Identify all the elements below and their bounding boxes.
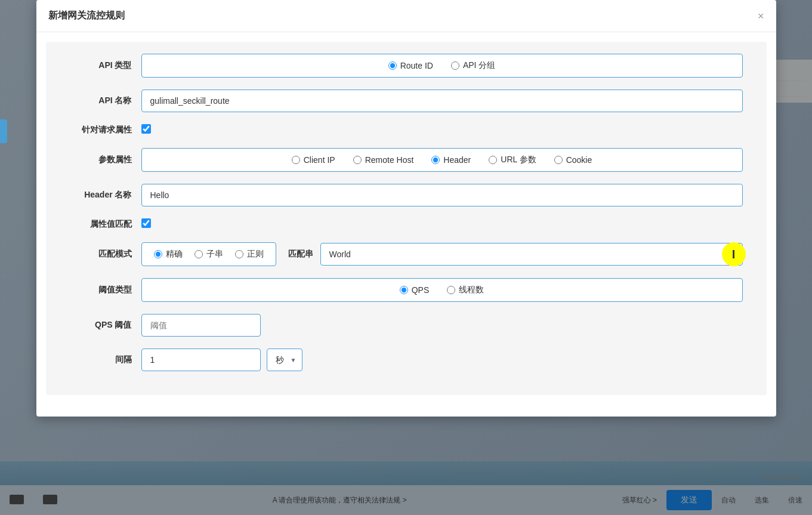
interval-row: 间隔 秒 分 时 [70,349,743,371]
modal-title: 新增网关流控规则 [48,10,125,22]
interval-unit-wrapper: 秒 分 时 [267,349,302,371]
api-type-control: Route ID API 分组 [141,54,743,78]
match-mode-radio-exact[interactable] [154,250,162,258]
match-string-label: 匹配串 [288,249,313,260]
param-attr-label-client-ip: Client IP [304,155,335,165]
api-type-label-api-group: API 分组 [463,60,495,71]
param-attr-label-remote-host: Remote Host [365,155,414,165]
request-attr-checkbox[interactable] [141,124,151,134]
match-mode-row: 匹配模式 精确 子串 [70,242,743,266]
param-attr-option-client-ip[interactable]: Client IP [292,155,335,165]
match-mode-label-substring: 子串 [206,249,223,260]
match-mode-option-substring[interactable]: 子串 [194,249,223,260]
attr-match-label: 属性值匹配 [70,219,141,230]
threshold-type-label-qps: QPS [412,285,430,295]
param-attr-option-remote-host[interactable]: Remote Host [353,155,414,165]
param-attr-option-header[interactable]: Header [431,155,471,165]
qps-threshold-label: QPS 阈值 [70,320,141,331]
interval-unit-select[interactable]: 秒 分 时 [267,349,302,371]
request-attr-control [141,124,743,136]
sidebar-left-indicator [0,119,7,143]
csdn-watermark: CSDN @阿无... [760,473,806,482]
match-mode-radio-box: 精确 子串 正则 [141,242,276,266]
match-mode-radio-regex[interactable] [235,250,243,258]
header-name-input[interactable] [141,184,743,206]
qps-threshold-input[interactable] [141,314,261,337]
api-type-option-route-id[interactable]: Route ID [388,61,433,70]
modal-close-button[interactable]: × [758,11,764,21]
header-name-row: Header 名称 [70,184,743,206]
header-name-label: Header 名称 [70,190,141,201]
param-attr-radio-client-ip[interactable] [292,156,300,164]
modal-overlay: 新增网关流控规则 × API 类型 Route ID API 分组 [0,0,812,515]
param-attr-radio-url-param[interactable] [489,156,497,164]
api-type-radio-api-group[interactable] [451,61,459,70]
qps-threshold-row: QPS 阈值 [70,314,743,337]
match-row-container: 精确 子串 正则 匹配串 [141,242,743,266]
threshold-type-label: 阈值类型 [70,285,141,295]
match-string-input-wrapper: I [320,243,743,266]
param-attr-radio-remote-host[interactable] [353,156,362,164]
match-mode-label: 匹配模式 [70,249,141,260]
modal-body: API 类型 Route ID API 分组 [46,42,767,395]
threshold-type-row: 阈值类型 QPS 线程数 [70,278,743,302]
interval-input[interactable] [141,349,261,371]
api-type-label: API 类型 [70,60,141,71]
request-attr-row: 针对请求属性 [70,124,743,136]
param-attr-option-cookie[interactable]: Cookie [554,155,592,165]
param-attr-radio-box: Client IP Remote Host Header URL 参数 [141,148,743,172]
modal-dialog: 新增网关流控规则 × API 类型 Route ID API 分组 [36,0,776,417]
api-type-radio-route-id[interactable] [388,61,397,70]
match-mode-option-exact[interactable]: 精确 [154,249,183,260]
api-type-radio-box: Route ID API 分组 [141,54,743,78]
param-attr-radio-cookie[interactable] [554,156,563,164]
api-name-input[interactable] [141,90,743,112]
qps-threshold-control [141,314,743,337]
threshold-type-radio-box: QPS 线程数 [141,278,743,302]
header-name-control [141,184,743,206]
interval-row-container: 秒 分 时 [141,349,743,371]
param-attr-control: Client IP Remote Host Header URL 参数 [141,148,743,172]
match-string-section: 匹配串 I [288,243,743,266]
match-string-input[interactable] [320,243,743,266]
param-attr-option-url-param[interactable]: URL 参数 [489,155,536,165]
api-type-option-api-group[interactable]: API 分组 [451,60,495,71]
api-name-label: API 名称 [70,95,141,106]
attr-match-checkbox[interactable] [141,218,151,228]
request-attr-label: 针对请求属性 [70,125,141,135]
api-type-row: API 类型 Route ID API 分组 [70,54,743,78]
param-attr-label-header: Header [443,155,471,165]
modal-header: 新增网关流控规则 × [36,0,776,32]
interval-control: 秒 分 时 [141,349,743,371]
interval-label: 间隔 [70,354,141,365]
api-type-label-route-id: Route ID [400,61,433,70]
attr-match-control [141,218,743,230]
param-attr-label-cookie: Cookie [566,155,592,165]
match-mode-label-exact: 精确 [166,249,183,260]
param-attr-label: 参数属性 [70,155,141,165]
threshold-type-control: QPS 线程数 [141,278,743,302]
threshold-type-option-thread[interactable]: 线程数 [447,285,484,295]
threshold-type-option-qps[interactable]: QPS [400,285,430,295]
param-attr-radio-header[interactable] [431,156,440,164]
param-attr-row: 参数属性 Client IP Remote Host H [70,148,743,172]
match-mode-control: 精确 子串 正则 匹配串 [141,242,743,266]
threshold-type-radio-qps[interactable] [400,286,408,294]
attr-match-row: 属性值匹配 [70,218,743,230]
match-mode-option-regex[interactable]: 正则 [235,249,264,260]
threshold-type-label-thread: 线程数 [459,285,484,295]
param-attr-label-url-param: URL 参数 [501,155,536,165]
threshold-type-radio-thread[interactable] [447,286,455,294]
api-name-control [141,90,743,112]
match-mode-label-regex: 正则 [247,249,264,260]
match-mode-radio-substring[interactable] [194,250,203,258]
api-name-row: API 名称 [70,90,743,112]
